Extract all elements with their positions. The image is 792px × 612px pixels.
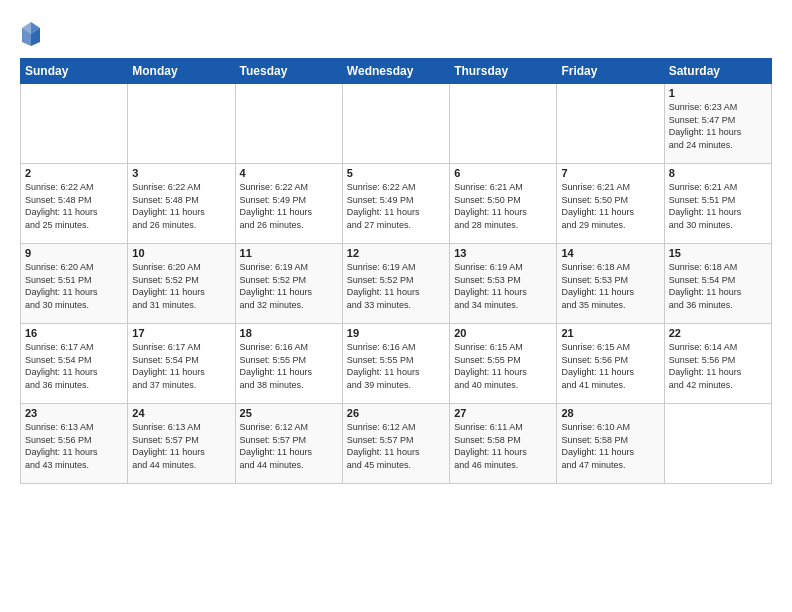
calendar-cell: 8Sunrise: 6:21 AM Sunset: 5:51 PM Daylig… [664, 164, 771, 244]
cell-info: Sunrise: 6:13 AM Sunset: 5:57 PM Dayligh… [132, 421, 230, 471]
day-number: 18 [240, 327, 338, 339]
calendar-cell: 14Sunrise: 6:18 AM Sunset: 5:53 PM Dayli… [557, 244, 664, 324]
calendar-cell: 27Sunrise: 6:11 AM Sunset: 5:58 PM Dayli… [450, 404, 557, 484]
cell-info: Sunrise: 6:19 AM Sunset: 5:53 PM Dayligh… [454, 261, 552, 311]
calendar-cell [557, 84, 664, 164]
calendar-cell: 19Sunrise: 6:16 AM Sunset: 5:55 PM Dayli… [342, 324, 449, 404]
calendar-cell: 7Sunrise: 6:21 AM Sunset: 5:50 PM Daylig… [557, 164, 664, 244]
logo [20, 20, 46, 48]
cell-info: Sunrise: 6:22 AM Sunset: 5:49 PM Dayligh… [240, 181, 338, 231]
calendar-cell: 23Sunrise: 6:13 AM Sunset: 5:56 PM Dayli… [21, 404, 128, 484]
cell-info: Sunrise: 6:16 AM Sunset: 5:55 PM Dayligh… [347, 341, 445, 391]
day-number: 7 [561, 167, 659, 179]
day-number: 21 [561, 327, 659, 339]
header [20, 16, 772, 48]
day-number: 1 [669, 87, 767, 99]
cell-info: Sunrise: 6:18 AM Sunset: 5:53 PM Dayligh… [561, 261, 659, 311]
calendar-cell: 1Sunrise: 6:23 AM Sunset: 5:47 PM Daylig… [664, 84, 771, 164]
day-number: 23 [25, 407, 123, 419]
col-header-thursday: Thursday [450, 59, 557, 84]
cell-info: Sunrise: 6:16 AM Sunset: 5:55 PM Dayligh… [240, 341, 338, 391]
cell-info: Sunrise: 6:20 AM Sunset: 5:51 PM Dayligh… [25, 261, 123, 311]
col-header-tuesday: Tuesday [235, 59, 342, 84]
cell-info: Sunrise: 6:21 AM Sunset: 5:50 PM Dayligh… [454, 181, 552, 231]
calendar-cell: 26Sunrise: 6:12 AM Sunset: 5:57 PM Dayli… [342, 404, 449, 484]
calendar-cell: 28Sunrise: 6:10 AM Sunset: 5:58 PM Dayli… [557, 404, 664, 484]
calendar-page: SundayMondayTuesdayWednesdayThursdayFrid… [0, 0, 792, 612]
calendar-cell: 22Sunrise: 6:14 AM Sunset: 5:56 PM Dayli… [664, 324, 771, 404]
day-number: 19 [347, 327, 445, 339]
day-number: 26 [347, 407, 445, 419]
calendar-cell: 12Sunrise: 6:19 AM Sunset: 5:52 PM Dayli… [342, 244, 449, 324]
day-number: 28 [561, 407, 659, 419]
cell-info: Sunrise: 6:23 AM Sunset: 5:47 PM Dayligh… [669, 101, 767, 151]
col-header-saturday: Saturday [664, 59, 771, 84]
col-header-monday: Monday [128, 59, 235, 84]
day-number: 9 [25, 247, 123, 259]
calendar-cell: 17Sunrise: 6:17 AM Sunset: 5:54 PM Dayli… [128, 324, 235, 404]
cell-info: Sunrise: 6:11 AM Sunset: 5:58 PM Dayligh… [454, 421, 552, 471]
cell-info: Sunrise: 6:20 AM Sunset: 5:52 PM Dayligh… [132, 261, 230, 311]
calendar-cell: 2Sunrise: 6:22 AM Sunset: 5:48 PM Daylig… [21, 164, 128, 244]
week-row-2: 9Sunrise: 6:20 AM Sunset: 5:51 PM Daylig… [21, 244, 772, 324]
calendar-cell: 6Sunrise: 6:21 AM Sunset: 5:50 PM Daylig… [450, 164, 557, 244]
cell-info: Sunrise: 6:13 AM Sunset: 5:56 PM Dayligh… [25, 421, 123, 471]
cell-info: Sunrise: 6:19 AM Sunset: 5:52 PM Dayligh… [347, 261, 445, 311]
day-number: 22 [669, 327, 767, 339]
calendar-cell: 5Sunrise: 6:22 AM Sunset: 5:49 PM Daylig… [342, 164, 449, 244]
calendar-cell [342, 84, 449, 164]
calendar-cell [21, 84, 128, 164]
cell-info: Sunrise: 6:21 AM Sunset: 5:51 PM Dayligh… [669, 181, 767, 231]
calendar-cell: 21Sunrise: 6:15 AM Sunset: 5:56 PM Dayli… [557, 324, 664, 404]
logo-icon [20, 20, 42, 48]
calendar-cell: 13Sunrise: 6:19 AM Sunset: 5:53 PM Dayli… [450, 244, 557, 324]
calendar-cell: 24Sunrise: 6:13 AM Sunset: 5:57 PM Dayli… [128, 404, 235, 484]
day-number: 4 [240, 167, 338, 179]
week-row-1: 2Sunrise: 6:22 AM Sunset: 5:48 PM Daylig… [21, 164, 772, 244]
cell-info: Sunrise: 6:22 AM Sunset: 5:48 PM Dayligh… [132, 181, 230, 231]
col-header-sunday: Sunday [21, 59, 128, 84]
day-number: 20 [454, 327, 552, 339]
cell-info: Sunrise: 6:17 AM Sunset: 5:54 PM Dayligh… [25, 341, 123, 391]
day-number: 11 [240, 247, 338, 259]
calendar-cell [235, 84, 342, 164]
col-header-friday: Friday [557, 59, 664, 84]
calendar-header-row: SundayMondayTuesdayWednesdayThursdayFrid… [21, 59, 772, 84]
calendar-cell: 25Sunrise: 6:12 AM Sunset: 5:57 PM Dayli… [235, 404, 342, 484]
calendar-cell: 15Sunrise: 6:18 AM Sunset: 5:54 PM Dayli… [664, 244, 771, 324]
calendar-cell: 20Sunrise: 6:15 AM Sunset: 5:55 PM Dayli… [450, 324, 557, 404]
day-number: 13 [454, 247, 552, 259]
day-number: 8 [669, 167, 767, 179]
calendar-table: SundayMondayTuesdayWednesdayThursdayFrid… [20, 58, 772, 484]
day-number: 15 [669, 247, 767, 259]
col-header-wednesday: Wednesday [342, 59, 449, 84]
calendar-cell: 16Sunrise: 6:17 AM Sunset: 5:54 PM Dayli… [21, 324, 128, 404]
cell-info: Sunrise: 6:22 AM Sunset: 5:48 PM Dayligh… [25, 181, 123, 231]
day-number: 17 [132, 327, 230, 339]
cell-info: Sunrise: 6:15 AM Sunset: 5:55 PM Dayligh… [454, 341, 552, 391]
week-row-0: 1Sunrise: 6:23 AM Sunset: 5:47 PM Daylig… [21, 84, 772, 164]
calendar-cell: 9Sunrise: 6:20 AM Sunset: 5:51 PM Daylig… [21, 244, 128, 324]
cell-info: Sunrise: 6:12 AM Sunset: 5:57 PM Dayligh… [240, 421, 338, 471]
calendar-cell: 3Sunrise: 6:22 AM Sunset: 5:48 PM Daylig… [128, 164, 235, 244]
calendar-cell: 10Sunrise: 6:20 AM Sunset: 5:52 PM Dayli… [128, 244, 235, 324]
day-number: 25 [240, 407, 338, 419]
cell-info: Sunrise: 6:22 AM Sunset: 5:49 PM Dayligh… [347, 181, 445, 231]
cell-info: Sunrise: 6:14 AM Sunset: 5:56 PM Dayligh… [669, 341, 767, 391]
day-number: 6 [454, 167, 552, 179]
day-number: 16 [25, 327, 123, 339]
day-number: 5 [347, 167, 445, 179]
calendar-cell: 11Sunrise: 6:19 AM Sunset: 5:52 PM Dayli… [235, 244, 342, 324]
week-row-3: 16Sunrise: 6:17 AM Sunset: 5:54 PM Dayli… [21, 324, 772, 404]
day-number: 10 [132, 247, 230, 259]
calendar-cell: 4Sunrise: 6:22 AM Sunset: 5:49 PM Daylig… [235, 164, 342, 244]
cell-info: Sunrise: 6:18 AM Sunset: 5:54 PM Dayligh… [669, 261, 767, 311]
day-number: 12 [347, 247, 445, 259]
day-number: 2 [25, 167, 123, 179]
calendar-cell: 18Sunrise: 6:16 AM Sunset: 5:55 PM Dayli… [235, 324, 342, 404]
cell-info: Sunrise: 6:21 AM Sunset: 5:50 PM Dayligh… [561, 181, 659, 231]
day-number: 24 [132, 407, 230, 419]
cell-info: Sunrise: 6:12 AM Sunset: 5:57 PM Dayligh… [347, 421, 445, 471]
cell-info: Sunrise: 6:15 AM Sunset: 5:56 PM Dayligh… [561, 341, 659, 391]
cell-info: Sunrise: 6:19 AM Sunset: 5:52 PM Dayligh… [240, 261, 338, 311]
